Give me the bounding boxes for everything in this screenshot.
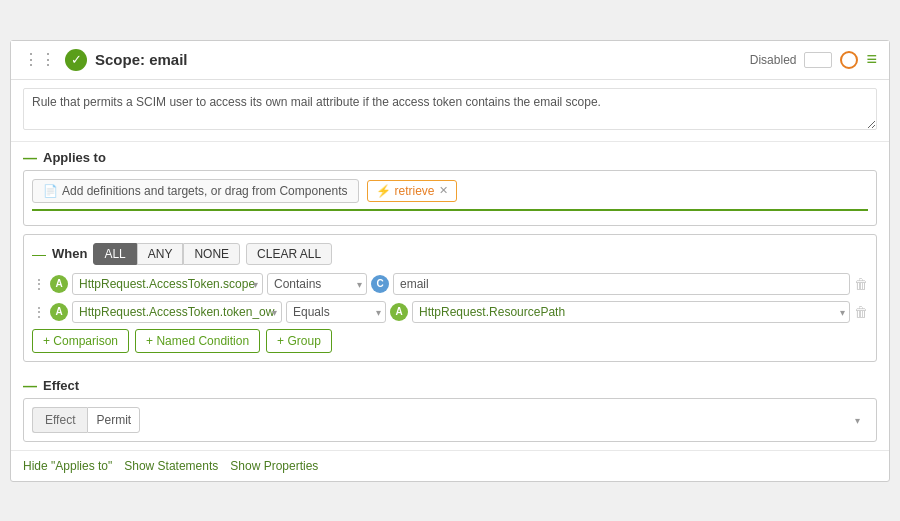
- value-select-2[interactable]: HttpRequest.ResourcePath: [412, 301, 850, 323]
- value-select-wrapper-2: HttpRequest.ResourcePath: [412, 301, 850, 323]
- field-select-wrapper: HttpRequest.AccessToken.scope: [72, 273, 263, 295]
- applies-to-label: Applies to: [43, 150, 106, 165]
- file-icon: 📄: [43, 184, 58, 198]
- menu-icon[interactable]: ≡: [866, 49, 877, 70]
- none-button[interactable]: NONE: [183, 243, 240, 265]
- header-left: ⋮⋮ ✓ Scope: email: [23, 49, 188, 71]
- hide-applies-to-link[interactable]: Hide "Applies to": [23, 459, 112, 473]
- add-comparison-button[interactable]: + Comparison: [32, 329, 129, 353]
- any-button[interactable]: ANY: [137, 243, 184, 265]
- header-right: Disabled ≡: [750, 49, 877, 70]
- effect-select-wrapper: Permit Deny: [87, 407, 868, 433]
- operator-select-1[interactable]: Contains: [267, 273, 367, 295]
- disabled-label: Disabled: [750, 53, 797, 67]
- drag-handle-icon[interactable]: ⋮⋮: [23, 50, 57, 69]
- disabled-toggle[interactable]: [804, 52, 832, 68]
- condition-row: ⋮ A HttpRequest.AccessToken.scope Contai…: [32, 273, 868, 295]
- rule-title: Scope: email: [95, 51, 188, 68]
- status-icon: ✓: [65, 49, 87, 71]
- show-statements-link[interactable]: Show Statements: [124, 459, 218, 473]
- status-indicator-icon: [840, 51, 858, 69]
- applies-to-collapse-icon[interactable]: —: [23, 150, 37, 166]
- add-buttons-row: + Comparison + Named Condition + Group: [32, 329, 868, 353]
- footer-links: Hide "Applies to" Show Statements Show P…: [11, 450, 889, 481]
- field-type-badge-a: A: [50, 275, 68, 293]
- add-definitions-button[interactable]: 📄 Add definitions and targets, or drag f…: [32, 179, 359, 203]
- value-input-1[interactable]: [393, 273, 850, 295]
- field-type-badge-a: A: [50, 303, 68, 321]
- condition-row: ⋮ A HttpRequest.AccessToken.token_owner …: [32, 301, 868, 323]
- description-textarea[interactable]: [23, 88, 877, 130]
- description-area: [11, 80, 889, 142]
- retrieve-tag: ⚡ retrieve ✕: [367, 180, 457, 202]
- row-drag-handle-icon[interactable]: ⋮: [32, 276, 46, 292]
- applies-to-row: 📄 Add definitions and targets, or drag f…: [32, 179, 868, 203]
- clear-all-button[interactable]: CLEAR ALL: [246, 243, 332, 265]
- value-type-badge-c: C: [371, 275, 389, 293]
- retrieve-close-icon[interactable]: ✕: [439, 184, 448, 197]
- field-select-2[interactable]: HttpRequest.AccessToken.token_owner: [72, 301, 282, 323]
- all-button[interactable]: ALL: [93, 243, 136, 265]
- when-header: — When ALL ANY NONE CLEAR ALL: [32, 243, 868, 265]
- effect-label: Effect: [43, 378, 79, 393]
- operator-select-2[interactable]: Equals: [286, 301, 386, 323]
- when-label: When: [52, 246, 87, 261]
- condition-button-group: ALL ANY NONE: [93, 243, 240, 265]
- effect-field-label: Effect: [32, 407, 87, 433]
- effect-collapse-icon[interactable]: —: [23, 378, 37, 394]
- applies-to-inner: 📄 Add definitions and targets, or drag f…: [23, 170, 877, 226]
- show-properties-link[interactable]: Show Properties: [230, 459, 318, 473]
- when-collapse-icon[interactable]: —: [32, 246, 46, 262]
- effect-select[interactable]: Permit Deny: [87, 407, 140, 433]
- effect-inner: Effect Permit Deny: [23, 398, 877, 442]
- row-drag-handle-icon[interactable]: ⋮: [32, 304, 46, 320]
- add-named-condition-button[interactable]: + Named Condition: [135, 329, 260, 353]
- field-select-1[interactable]: HttpRequest.AccessToken.scope: [72, 273, 263, 295]
- effect-section: Effect Permit Deny: [11, 398, 889, 450]
- rule-header: ⋮⋮ ✓ Scope: email Disabled ≡: [11, 41, 889, 80]
- when-inner: — When ALL ANY NONE CLEAR ALL ⋮ A HttpRe…: [23, 234, 877, 362]
- retrieve-label: retrieve: [395, 184, 435, 198]
- delete-row-1-icon[interactable]: 🗑: [854, 276, 868, 292]
- effect-row: Effect Permit Deny: [32, 407, 868, 433]
- lightning-icon: ⚡: [376, 184, 391, 198]
- applies-to-section-header: — Applies to: [11, 142, 889, 170]
- add-group-button[interactable]: + Group: [266, 329, 332, 353]
- effect-section-header: — Effect: [11, 370, 889, 398]
- value-type-badge-a: A: [390, 303, 408, 321]
- operator-select-wrapper-2: Equals: [286, 301, 386, 323]
- divider: [32, 209, 868, 211]
- policy-rule-container: ⋮⋮ ✓ Scope: email Disabled ≡ — Applies t…: [10, 40, 890, 482]
- field-select-wrapper-2: HttpRequest.AccessToken.token_owner: [72, 301, 282, 323]
- when-section: — When ALL ANY NONE CLEAR ALL ⋮ A HttpRe…: [11, 234, 889, 370]
- applies-to-section: 📄 Add definitions and targets, or drag f…: [11, 170, 889, 234]
- operator-select-wrapper-1: Contains: [267, 273, 367, 295]
- delete-row-2-icon[interactable]: 🗑: [854, 304, 868, 320]
